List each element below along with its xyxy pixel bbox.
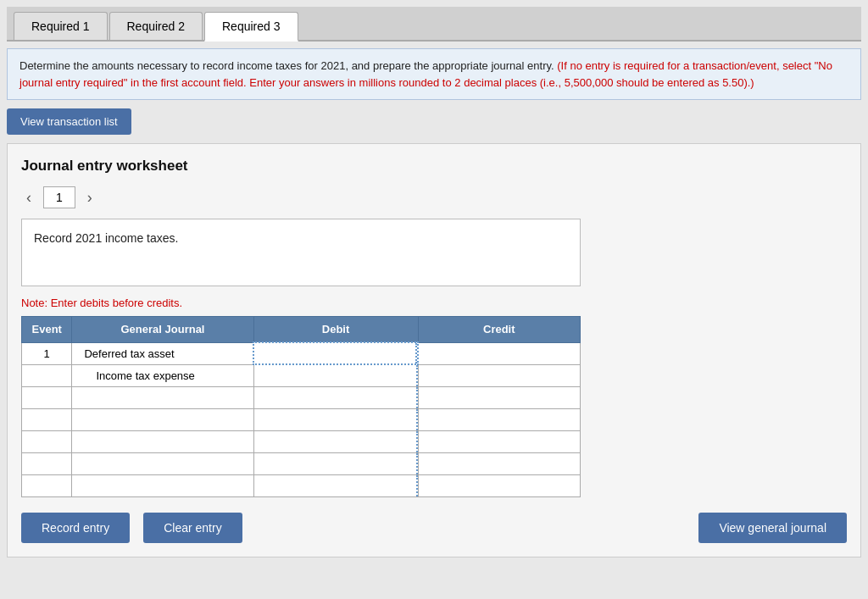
col-header-debit: Debit <box>253 317 418 343</box>
col-header-general-journal: General Journal <box>72 317 253 343</box>
general-journal-input[interactable] <box>72 387 253 408</box>
debit-input[interactable] <box>254 387 418 408</box>
debit-cell[interactable] <box>253 474 418 496</box>
credit-cell[interactable] <box>418 386 580 408</box>
info-main-text: Determine the amounts necessary to recor… <box>19 59 554 72</box>
nav-row: ‹ 1 › <box>21 186 847 208</box>
credit-cell[interactable] <box>418 342 580 364</box>
credit-cell[interactable] <box>418 408 580 430</box>
general-journal-cell[interactable] <box>72 430 253 452</box>
worksheet-container: Journal entry worksheet ‹ 1 › Record 202… <box>7 143 861 557</box>
table-row <box>22 474 581 496</box>
transaction-btn-row: View transaction list <box>7 108 861 135</box>
general-journal-cell[interactable] <box>72 474 253 496</box>
debit-input[interactable] <box>254 453 418 474</box>
debit-input[interactable] <box>254 409 418 430</box>
prev-page-button[interactable]: ‹ <box>21 187 36 208</box>
table-row: 1 <box>22 342 581 364</box>
credit-cell[interactable] <box>418 430 580 452</box>
col-header-event: Event <box>22 317 72 343</box>
event-cell <box>22 386 72 408</box>
credit-input[interactable] <box>419 387 580 408</box>
credit-cell[interactable] <box>418 452 580 474</box>
next-page-button[interactable]: › <box>82 187 97 208</box>
general-journal-input[interactable] <box>72 453 253 474</box>
credit-input[interactable] <box>419 431 580 452</box>
credit-cell[interactable] <box>418 364 580 386</box>
table-row <box>22 364 581 386</box>
journal-table: Event General Journal Debit Credit 1 <box>21 316 581 497</box>
general-journal-input[interactable] <box>72 409 253 430</box>
event-cell <box>22 408 72 430</box>
general-journal-input[interactable] <box>72 431 253 452</box>
debit-cell[interactable] <box>253 408 418 430</box>
debit-cell[interactable] <box>253 386 418 408</box>
worksheet-title: Journal entry worksheet <box>21 158 847 175</box>
event-cell <box>22 452 72 474</box>
record-entry-button[interactable]: Record entry <box>21 513 130 543</box>
general-journal-cell[interactable] <box>72 452 253 474</box>
event-cell <box>22 474 72 496</box>
general-journal-cell[interactable] <box>72 364 253 386</box>
event-cell: 1 <box>22 342 72 364</box>
general-journal-cell[interactable] <box>72 342 253 364</box>
credit-input[interactable] <box>419 475 580 496</box>
general-journal-input[interactable] <box>72 475 253 496</box>
credit-input[interactable] <box>419 453 580 474</box>
col-header-credit: Credit <box>418 317 580 343</box>
debit-input[interactable] <box>254 365 418 386</box>
event-cell <box>22 430 72 452</box>
credit-input[interactable] <box>419 409 580 430</box>
general-journal-cell[interactable] <box>72 386 253 408</box>
tab-required2[interactable]: Required 2 <box>109 12 203 40</box>
debit-cell[interactable] <box>253 364 418 386</box>
debit-cell[interactable] <box>253 452 418 474</box>
event-cell <box>22 364 72 386</box>
general-journal-cell[interactable] <box>72 408 253 430</box>
bottom-buttons: Record entry Clear entry View general jo… <box>21 513 847 543</box>
credit-cell[interactable] <box>418 474 580 496</box>
debit-cell[interactable] <box>253 430 418 452</box>
view-transaction-list-button[interactable]: View transaction list <box>7 108 131 135</box>
debit-input[interactable] <box>254 475 418 496</box>
credit-input[interactable] <box>419 365 580 386</box>
general-journal-input[interactable] <box>72 343 253 364</box>
tabs-bar: Required 1 Required 2 Required 3 <box>7 7 861 42</box>
note-text: Note: Enter debits before credits. <box>21 297 847 309</box>
table-row <box>22 408 581 430</box>
debit-cell[interactable] <box>253 342 418 364</box>
view-general-journal-button[interactable]: View general journal <box>698 513 847 543</box>
table-row <box>22 430 581 452</box>
debit-input[interactable] <box>254 431 418 452</box>
clear-entry-button[interactable]: Clear entry <box>143 513 242 543</box>
table-row <box>22 452 581 474</box>
tab-required3[interactable]: Required 3 <box>204 12 298 42</box>
description-box: Record 2021 income taxes. <box>21 219 581 286</box>
credit-input[interactable] <box>419 343 580 364</box>
table-row <box>22 386 581 408</box>
debit-input[interactable] <box>254 343 417 363</box>
tab-required1[interactable]: Required 1 <box>14 12 108 40</box>
general-journal-input[interactable] <box>72 365 253 386</box>
page-number: 1 <box>43 186 75 208</box>
info-box: Determine the amounts necessary to recor… <box>7 48 861 100</box>
